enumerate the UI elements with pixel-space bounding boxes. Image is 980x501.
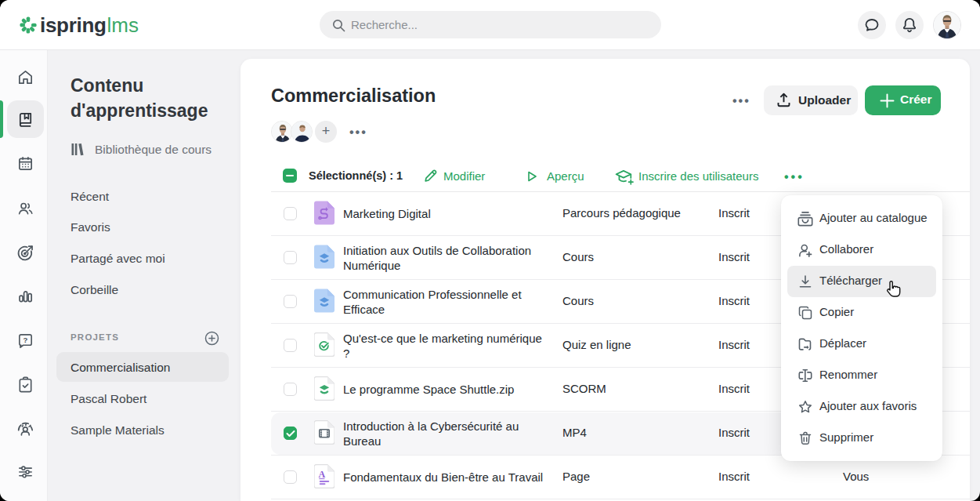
svg-text:?: ? [24, 336, 28, 344]
